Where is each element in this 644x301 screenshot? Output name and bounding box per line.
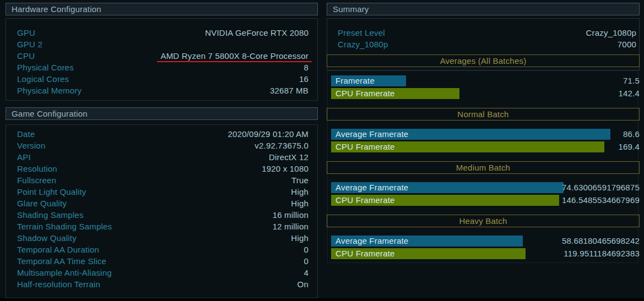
batch-title: Normal Batch [457, 110, 508, 119]
config-value-text: AMD Ryzen 7 5800X 8-Core Processor [157, 51, 312, 62]
batch-section: Medium Batch Average Framerate 74.630065… [327, 161, 640, 206]
config-row: Half-resolution Terrain On [17, 278, 309, 290]
summary-row-label: Crazy_1080p [338, 39, 388, 50]
config-value-text: 1920 x 1080 [262, 163, 309, 174]
framerate-bar-label: CPU Framerate [331, 249, 395, 258]
config-value-text: 0 [304, 244, 309, 255]
batch-bars: Average Framerate 58.68180465698242 CPU … [327, 236, 640, 259]
batch-sections: Averages (All Batches) Framerate 71.5 [327, 54, 640, 268]
framerate-bar-value: 119.9511184692383 [564, 248, 640, 259]
batch-header: Heavy Batch [327, 215, 640, 227]
summary-rows: Preset Level Crazy_1080p Crazy_1080p 700… [338, 27, 636, 50]
summary-title: Summary [333, 4, 369, 14]
framerate-bar: Framerate [331, 75, 406, 86]
config-value: AMD Ryzen 7 5800X 8-Core Processor [35, 50, 309, 62]
config-row: Physical Memory 32687 MB [17, 85, 309, 96]
config-value: 16 [69, 73, 309, 85]
config-value-text: 16 [299, 73, 309, 85]
batch-section: Heavy Batch Average Framerate 58.6818046… [327, 215, 640, 259]
config-value-text: DirectX 12 [269, 151, 309, 163]
hardware-configuration-header: Hardware Configuration [6, 3, 318, 15]
config-label: Temporal AA Duration [17, 244, 99, 255]
framerate-bar: Average Framerate [331, 129, 610, 140]
game-configuration-body: Date 2020/09/29 01:20 AM Version v2.92.7… [6, 124, 318, 298]
framerate-bar-value: 146.5485534667969 [562, 195, 640, 206]
framerate-bar-label: Average Framerate [331, 129, 408, 139]
framerate-bar-value: 142.4 [618, 88, 640, 99]
framerate-bar-label: CPU Framerate [331, 142, 395, 151]
config-row: Shadow Quality High [17, 232, 309, 244]
framerate-bar-label: Average Framerate [331, 236, 408, 245]
batch-bars: Average Framerate 74.63006591796875 CPU … [327, 182, 640, 206]
config-row: Shading Samples 16 million [17, 209, 309, 221]
config-row: API DirectX 12 [17, 151, 309, 163]
config-value-text: 8 [304, 62, 309, 73]
config-value: True [56, 174, 309, 186]
benchmark-results-screen: Hardware Configuration GPU NVIDIA GeForc… [0, 0, 644, 301]
framerate-bar: Average Framerate [331, 182, 564, 193]
config-value: High [67, 198, 309, 209]
game-configuration-header: Game Configuration [6, 107, 318, 120]
config-label: Version [17, 140, 45, 151]
config-label: Physical Memory [17, 85, 82, 96]
config-label: CPU [17, 50, 35, 62]
framerate-bar-label: Framerate [331, 76, 375, 85]
config-label: Glare Quality [17, 198, 67, 209]
config-label: GPU 2 [17, 39, 42, 50]
config-row: Version v2.92.73675.0 [17, 140, 309, 151]
config-value: DirectX 12 [31, 151, 309, 163]
config-row: GPU 2 [17, 39, 309, 50]
summary-row: Crazy_1080p 7000 [338, 39, 636, 50]
config-label: Physical Cores [17, 62, 74, 73]
config-row: Point Light Quality High [17, 186, 309, 198]
framerate-bar-label: Average Framerate [331, 183, 408, 192]
config-row: Glare Quality High [17, 198, 309, 209]
config-value: 1920 x 1080 [57, 163, 309, 174]
config-row: Temporal AA Time Slice 0 [17, 255, 309, 267]
framerate-bar: CPU Framerate [331, 141, 604, 152]
left-panel: Hardware Configuration GPU NVIDIA GeForc… [6, 0, 318, 301]
framerate-bar: CPU Framerate [331, 248, 526, 259]
config-value: 4 [112, 267, 309, 278]
config-label: Logical Cores [17, 73, 69, 85]
hardware-configuration-title: Hardware Configuration [12, 4, 101, 14]
config-value: High [77, 232, 309, 244]
config-row: Terrain Shading Samples 12 million [17, 221, 309, 232]
config-value-text: v2.92.73675.0 [255, 140, 309, 151]
framerate-bar-row: Average Framerate 74.63006591796875 [331, 182, 640, 193]
config-value-text: High [291, 232, 309, 244]
framerate-bar-row: CPU Framerate 142.4 [331, 88, 640, 99]
config-label: Shadow Quality [17, 232, 77, 244]
batch-bars: Average Framerate 86.6 CPU Framerate 169… [327, 129, 640, 152]
framerate-bar-label: CPU Framerate [331, 89, 395, 98]
framerate-bar-row: Framerate 71.5 [331, 75, 640, 86]
framerate-bar-row: Average Framerate 86.6 [331, 129, 640, 140]
config-row: GPU NVIDIA GeForce RTX 2080 [17, 27, 309, 39]
config-value-text: 0 [304, 255, 309, 267]
summary-row-value: 7000 [388, 39, 636, 50]
config-label: Half-resolution Terrain [17, 278, 100, 290]
config-row: Fullscreen True [17, 174, 309, 186]
framerate-bar-value: 86.6 [623, 129, 640, 140]
framerate-bar: Average Framerate [331, 236, 523, 247]
framerate-bar-value: 71.5 [623, 75, 640, 86]
hardware-configuration-body: GPU NVIDIA GeForce RTX 2080 GPU 2 CPU AM… [6, 18, 318, 101]
config-value-text: On [297, 278, 309, 290]
config-value-text: 16 million [273, 209, 309, 221]
config-label: Shading Samples [17, 209, 84, 221]
config-row: Temporal AA Duration 0 [17, 244, 309, 255]
config-label: Terrain Shading Samples [17, 221, 112, 232]
summary-row-value: Crazy_1080p [385, 27, 636, 39]
summary-panel: Summary Preset Level Crazy_1080p Crazy_1… [327, 0, 640, 301]
config-value-text: High [291, 198, 309, 209]
config-label: Resolution [17, 163, 57, 174]
batch-title: Heavy Batch [459, 216, 507, 226]
framerate-bar-row: CPU Framerate 146.5485534667969 [331, 195, 640, 206]
batch-bars: Framerate 71.5 CPU Framerate 142.4 [327, 75, 640, 99]
framerate-bar-value: 169.4 [618, 141, 640, 152]
config-label: GPU [17, 27, 35, 39]
config-value: v2.92.73675.0 [45, 140, 309, 151]
config-value: 32687 MB [82, 85, 309, 96]
config-value-text: 4 [304, 267, 309, 278]
config-label: API [17, 151, 31, 163]
